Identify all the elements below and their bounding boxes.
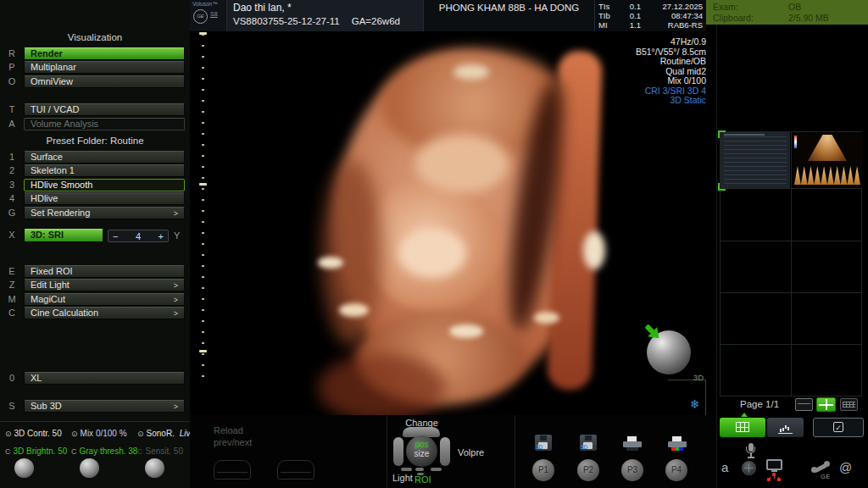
volpre-label: Volpre <box>458 447 484 458</box>
ruler-major-tick <box>199 183 207 186</box>
clinic-cell: PHONG KHAM 88B - HA DONG <box>424 0 595 31</box>
selection-corner-icon <box>718 130 726 138</box>
stepper-minus-button[interactable]: − <box>113 231 118 241</box>
key-label: 4 <box>3 192 20 205</box>
render-button[interactable]: Render <box>24 47 185 60</box>
key-label: 2 <box>3 164 20 177</box>
rotary-knob-2[interactable] <box>80 458 99 478</box>
b-mode-sector <box>808 135 847 161</box>
set-rendering-button[interactable]: Set Rendering > <box>24 207 185 219</box>
clipboard-view-button[interactable] <box>720 418 765 437</box>
trackball-arc-right[interactable] <box>440 437 450 466</box>
omniview-button[interactable]: OmniView <box>24 75 185 88</box>
layout-quad-icon[interactable] <box>816 397 836 412</box>
render-highlight <box>318 257 343 269</box>
thermal-index-cell: TIs0.1 TIb0.1 MI1.1 <box>595 0 643 31</box>
fixed-roi-button[interactable]: Fixed ROI <box>24 265 185 278</box>
sri-button[interactable]: 3D: SRI <box>24 229 103 242</box>
trackball-dash <box>431 468 442 471</box>
param-line: 47Hz/0.9 <box>636 37 706 47</box>
key-label: M <box>3 293 20 306</box>
brand-name: Voluson™ <box>192 1 218 7</box>
rocker-button-left[interactable] <box>214 460 251 480</box>
mi-line: MI1.1 <box>598 20 641 30</box>
push-knob-icon: ⊙ <box>5 430 12 438</box>
key-label: P <box>3 61 20 74</box>
rotary-knob-1[interactable] <box>14 458 34 478</box>
brand-cell: Voluson™ GE S8 <box>190 0 227 31</box>
checkbox-icon: ✓ <box>833 422 843 432</box>
layout-single-icon[interactable] <box>795 398 813 411</box>
system-disc-icon <box>742 461 756 475</box>
stepper-plus-button[interactable]: + <box>159 231 164 241</box>
render-blob <box>398 229 466 278</box>
trackball-knob[interactable]: pos size <box>406 435 437 467</box>
fetal-3d-render <box>237 32 687 413</box>
key-label: G <box>3 207 20 219</box>
thumbnail-doppler[interactable] <box>793 132 862 188</box>
roi-label: ROI <box>415 474 431 485</box>
submenu-arrow-icon: > <box>174 208 178 219</box>
patient-id-line: VS8803755-25-12-27-11GA=26w6d <box>233 16 412 26</box>
histogram-button[interactable] <box>767 418 804 437</box>
rotary-knob-3[interactable] <box>145 458 164 478</box>
magicut-button[interactable]: MagiCut > <box>24 293 185 306</box>
key-label: E <box>3 265 20 278</box>
skeleton-button[interactable]: Skeleton 1 <box>24 164 185 177</box>
probe-label: RAB6-RS <box>668 20 703 30</box>
xl-button[interactable]: XL <box>24 372 185 385</box>
grid-line <box>721 344 861 345</box>
turn-knob-icon: C <box>71 447 77 456</box>
thumbnail-worksheet[interactable] <box>721 132 790 188</box>
surface-button[interactable]: Surface <box>24 151 185 164</box>
trackball-dash <box>401 468 412 471</box>
edit-light-button[interactable]: Edit Light > <box>24 279 185 291</box>
tui-vcad-button[interactable]: TUI / VCAD <box>24 103 185 116</box>
trackball-arc-left[interactable] <box>393 437 403 466</box>
grid-line <box>721 292 861 293</box>
render-highlight <box>453 64 489 80</box>
p2-button[interactable]: P2 <box>577 459 599 481</box>
p3-button[interactable]: P3 <box>621 459 643 481</box>
ultrasound-viewport[interactable]: 47Hz/0.9 B51°/V55°/ 8.5cm Routine/OB Qua… <box>190 31 716 415</box>
key-label: S <box>3 400 20 413</box>
knob-label-3d-contr: ⊙3D Contr. 50 <box>5 429 62 438</box>
grid-line <box>721 241 861 241</box>
clinic-name: PHONG KHAM 88B - HA DONG <box>424 3 594 13</box>
grid-line <box>791 132 792 396</box>
submenu-arrow-icon: > <box>174 295 178 306</box>
layout-multi-icon[interactable] <box>840 398 858 411</box>
ge-service-tag: GE <box>821 473 831 480</box>
p4-button[interactable]: P4 <box>665 459 687 481</box>
sri-row: 3D: SRI − 4 + Y <box>0 229 190 243</box>
grid-line <box>721 188 861 189</box>
render-blob <box>322 159 381 346</box>
tis-line: TIs0.1 <box>598 2 641 11</box>
sub-3d-button[interactable]: Sub 3D > <box>24 400 185 413</box>
network-monitor-icon <box>766 459 782 470</box>
hdlive-button[interactable]: HDlive <box>24 192 185 205</box>
hdlive-smooth-button[interactable]: HDlive Smooth <box>24 179 185 191</box>
preset-folder-header: Preset Folder: Routine <box>0 136 190 146</box>
push-knob-icon: ⊙ <box>71 430 78 438</box>
push-knob-icon: ⊙ <box>137 430 144 438</box>
param-line: Mix 0/100 <box>636 76 706 86</box>
render-highlight <box>583 231 605 269</box>
patient-name: Dao thi lan, * <box>233 2 292 14</box>
rocker-button-right[interactable] <box>277 460 314 480</box>
multiplanar-button[interactable]: Multiplanar <box>24 61 185 74</box>
monitor-stand <box>771 470 777 472</box>
key-label: 3 <box>3 179 20 191</box>
worksheet-button[interactable]: ✓ <box>813 418 864 437</box>
volume-analysis-button: Volume Analysis <box>24 118 185 130</box>
submenu-arrow-icon: > <box>174 280 178 291</box>
render-blob <box>415 134 509 193</box>
p1-button[interactable]: P1 <box>532 459 554 481</box>
key-label: 0 <box>3 372 20 385</box>
knob-label-3d-brightn: C3D Brightn. 50 <box>5 446 67 456</box>
cine-calculation-button[interactable]: Cine Calculation > <box>24 307 185 319</box>
exam-label: Exam: <box>713 2 738 12</box>
freeze-snowflake-icon: ❄ <box>690 397 700 411</box>
knob-label-sensit: CSensit. 50 <box>137 446 183 456</box>
page-indicator: Page 1/1 <box>740 399 779 409</box>
